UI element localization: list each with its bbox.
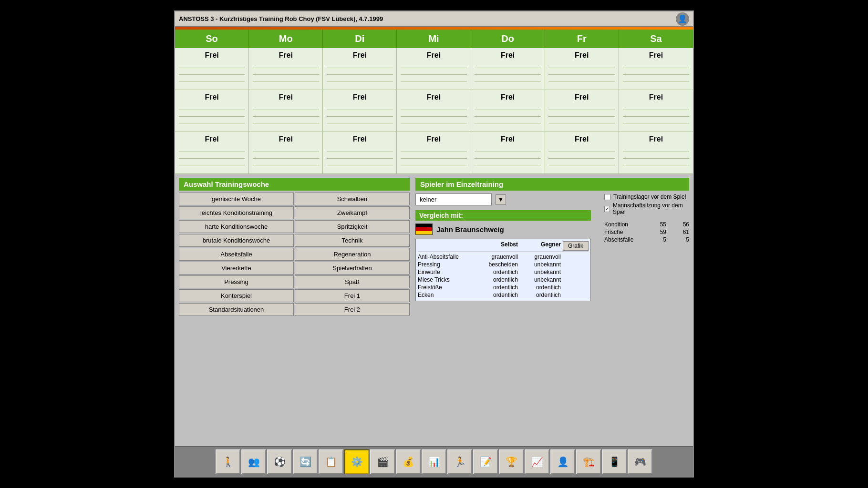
notes-btn[interactable]: 📝 — [473, 449, 498, 474]
week-cell-0-4[interactable]: Frei — [471, 48, 545, 90]
player-dropdown[interactable]: keiner — [415, 193, 492, 205]
left-panel: Auswahl Trainingswoche gemischte WocheSc… — [179, 178, 410, 316]
checkboxes-and-stats: Trainingslager vor dem Spiel ✓ Mannschaf… — [604, 193, 689, 247]
match-btn[interactable]: 🎬 — [370, 449, 395, 474]
week-cell-2-1[interactable]: Frei — [249, 132, 323, 174]
training-item-gemischte-woche[interactable]: gemischte Woche — [179, 193, 294, 205]
week-cell-label: Frei — [649, 51, 663, 60]
training-item-spielverhalten[interactable]: Spielverhalten — [295, 262, 410, 274]
stats-btn[interactable]: 📊 — [422, 449, 446, 474]
stats-compare: Kondition5556Frische5961Abseitsfalle55 — [604, 221, 689, 243]
week-cell-label: Frei — [427, 135, 441, 143]
toolbar: 🚶👥⚽🔄📋⚙️🎬💰📊🏃📝🏆📈👤🏗️📱🎮 — [175, 446, 693, 477]
week-cell-label: Frei — [353, 93, 367, 102]
titlebar: ANSTOSS 3 - Kurzfristiges Training Rob C… — [175, 11, 693, 27]
day-header-Mi: Mi — [397, 30, 471, 48]
week-cell-0-1[interactable]: Frei — [249, 48, 323, 90]
tactics-rows: Anti-AbseitsfallegrauenvollgrauenvollPre… — [418, 253, 589, 299]
stat-val2: 61 — [670, 229, 689, 235]
tactics-row-Freistöße: Freistößeordentlichordentlich — [418, 284, 589, 291]
training-item-technik[interactable]: Technik — [295, 234, 410, 247]
settings-btn[interactable]: ⚙️ — [344, 449, 369, 474]
training-item-schwalben[interactable]: Schwalben — [295, 193, 410, 205]
week-cell-0-0[interactable]: Frei — [175, 48, 249, 90]
training-item-spritzigkeit[interactable]: Spritzigkeit — [295, 220, 410, 233]
trophy-btn[interactable]: 🏆 — [499, 449, 524, 474]
player-select-area: keiner ▼ Vergleich mit: Jahn Braunschwei… — [415, 193, 689, 301]
week-cell-1-0[interactable]: Frei — [175, 90, 249, 132]
right-left: keiner ▼ Vergleich mit: Jahn Braunschwei… — [415, 193, 591, 301]
training-item-konterspiel[interactable]: Konterspiel — [179, 289, 294, 302]
week-cell-1-1[interactable]: Frei — [249, 90, 323, 132]
game-btn[interactable]: 🎮 — [628, 449, 652, 474]
week-cell-2-3[interactable]: Frei — [397, 132, 471, 174]
player-btn[interactable]: 🚶 — [216, 449, 240, 474]
stat-row-Abseitsfalle: Abseitsfalle55 — [604, 236, 689, 243]
training-item-zweikampf[interactable]: Zweikampf — [295, 206, 410, 219]
training-item-brutale-konditionswoche[interactable]: brutale Konditionswoche — [179, 234, 294, 247]
team-flag — [415, 224, 433, 235]
tactics-btn[interactable]: ⚽ — [267, 449, 292, 474]
week-cell-2-4[interactable]: Frei — [471, 132, 545, 174]
stat-val1: 5 — [647, 236, 666, 243]
week-cell-0-2[interactable]: Frei — [323, 48, 397, 90]
media-btn[interactable]: 📱 — [602, 449, 627, 474]
checkbox-mannschaft: ✓ Mannschaftsitzung vor dem Spiel — [604, 202, 689, 215]
week-cell-0-3[interactable]: Frei — [397, 48, 471, 90]
flag-black — [416, 224, 432, 227]
tactics-row-Einwürfe: Einwürfeordentlichunbekannt — [418, 268, 589, 276]
dropdown-arrow-btn[interactable]: ▼ — [496, 194, 506, 205]
training-week-header: Auswahl Trainingswoche — [179, 178, 410, 191]
week-cell-1-3[interactable]: Frei — [397, 90, 471, 132]
tactics-row-Miese Tricks: Miese Tricksordentlichunbekannt — [418, 276, 589, 284]
fitness-btn[interactable]: 🏃 — [447, 449, 472, 474]
week-cell-2-6[interactable]: Frei — [619, 132, 693, 174]
stadium-btn[interactable]: 🏗️ — [576, 449, 601, 474]
tactics-row-Anti-Abseitsfalle: Anti-Abseitsfallegrauenvollgrauenvoll — [418, 253, 589, 261]
week-cell-2-5[interactable]: Frei — [545, 132, 619, 174]
day-header-Do: Do — [471, 30, 545, 48]
week-cell-1-2[interactable]: Frei — [323, 90, 397, 132]
day-header-Di: Di — [323, 30, 397, 48]
training-item-regeneration[interactable]: Regeneration — [295, 248, 410, 261]
week-header: SoMoDiMiDoFrSa — [175, 30, 693, 48]
flag-gold — [416, 231, 432, 234]
training-item-frei-1[interactable]: Frei 1 — [295, 289, 410, 302]
day-header-Mo: Mo — [249, 30, 323, 48]
chart-btn[interactable]: 📈 — [525, 449, 549, 474]
week-cell-1-6[interactable]: Frei — [619, 90, 693, 132]
training-item-standardsituationen[interactable]: Standardsituationen — [179, 303, 294, 316]
week-cell-2-2[interactable]: Frei — [323, 132, 397, 174]
week-cell-1-4[interactable]: Frei — [471, 90, 545, 132]
tactics-table: Selbst Gegner Grafik Anti-Abseitsfallegr… — [415, 239, 591, 301]
training-item-viererkette[interactable]: Viererkette — [179, 262, 294, 274]
week-cell-0-5[interactable]: Frei — [545, 48, 619, 90]
week-cell-label: Frei — [279, 135, 293, 143]
grafik-button[interactable]: Grafik — [563, 241, 589, 251]
team-btn[interactable]: 👥 — [241, 449, 266, 474]
week-cell-1-5[interactable]: Frei — [545, 90, 619, 132]
tactics-gegner-header: Gegner — [518, 241, 561, 251]
training-item-leichtes-konditionstraining[interactable]: leichtes Konditionstraining — [179, 206, 294, 219]
day-header-Fr: Fr — [545, 30, 619, 48]
training-item-spaß[interactable]: Spaß — [295, 275, 410, 288]
week-cell-label: Frei — [427, 51, 441, 60]
checkbox-mannschaft-box[interactable]: ✓ — [604, 206, 610, 212]
week-cell-label: Frei — [501, 93, 515, 102]
training-item-abseitsfalle[interactable]: Abseitsfalle — [179, 248, 294, 261]
scout-btn[interactable]: 👤 — [550, 449, 575, 474]
schedule-btn[interactable]: 📋 — [319, 449, 343, 474]
week-cell-2-0[interactable]: Frei — [175, 132, 249, 174]
checkbox-trainingslager-box[interactable] — [604, 194, 610, 200]
vergleich-row: Jahn Braunschweig — [415, 224, 591, 235]
window-title: ANSTOSS 3 - Kurzfristiges Training Rob C… — [179, 15, 383, 22]
training-item-pressing[interactable]: Pressing — [179, 275, 294, 288]
training-btn[interactable]: 🔄 — [293, 449, 318, 474]
week-cell-label: Frei — [279, 93, 293, 102]
training-item-frei-2[interactable]: Frei 2 — [295, 303, 410, 316]
week-cell-label: Frei — [575, 51, 589, 60]
week-cell-label: Frei — [205, 51, 218, 60]
training-item-harte-konditionswoche[interactable]: harte Konditionswoche — [179, 220, 294, 233]
finance-btn[interactable]: 💰 — [396, 449, 421, 474]
week-cell-0-6[interactable]: Frei — [619, 48, 693, 90]
